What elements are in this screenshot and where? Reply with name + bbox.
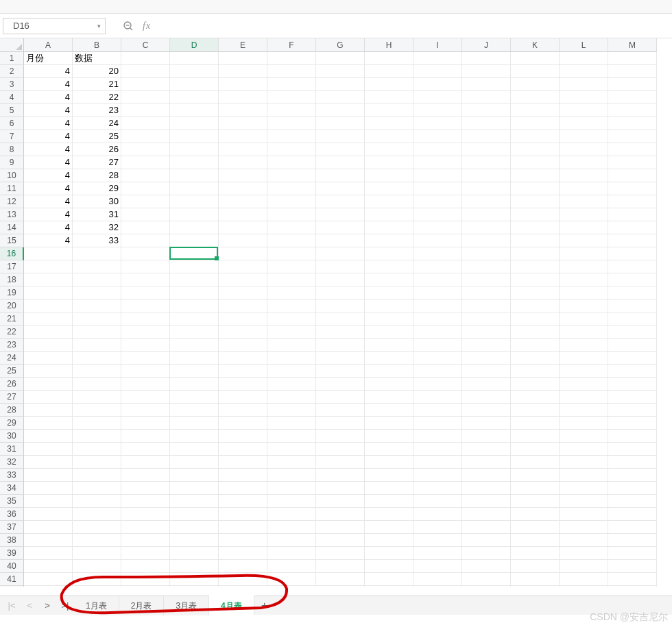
- cell[interactable]: [608, 195, 657, 208]
- cell[interactable]: [267, 91, 316, 104]
- cell[interactable]: [462, 273, 511, 286]
- cell[interactable]: [413, 130, 462, 143]
- row-header[interactable]: 11: [0, 182, 24, 195]
- cell[interactable]: [560, 273, 608, 286]
- cell[interactable]: [121, 352, 170, 365]
- cell[interactable]: [511, 143, 560, 156]
- cell[interactable]: [511, 312, 560, 326]
- cell[interactable]: [219, 339, 267, 352]
- sheet-tab[interactable]: 2月表: [119, 596, 165, 615]
- cell[interactable]: [413, 469, 462, 482]
- cell[interactable]: [608, 52, 657, 65]
- cell[interactable]: [413, 247, 462, 260]
- cell[interactable]: [219, 221, 267, 234]
- cell[interactable]: [462, 143, 511, 156]
- cell[interactable]: [511, 378, 560, 391]
- cell[interactable]: [413, 117, 462, 130]
- cell[interactable]: [121, 378, 170, 391]
- cell[interactable]: [219, 482, 267, 495]
- cell[interactable]: [462, 391, 511, 404]
- cell[interactable]: [462, 221, 511, 234]
- row-header[interactable]: 39: [0, 547, 24, 560]
- cell[interactable]: [365, 339, 413, 352]
- cell[interactable]: [170, 534, 219, 547]
- cell[interactable]: [511, 130, 560, 143]
- cell[interactable]: [219, 534, 267, 547]
- cell[interactable]: [608, 208, 657, 221]
- cell[interactable]: [170, 169, 219, 182]
- cell[interactable]: [170, 273, 219, 286]
- cell[interactable]: [24, 286, 73, 299]
- cell[interactable]: [365, 443, 413, 456]
- cell[interactable]: [121, 404, 170, 417]
- cell[interactable]: [24, 352, 73, 365]
- cell[interactable]: [219, 469, 267, 482]
- cell[interactable]: [170, 521, 219, 534]
- cell[interactable]: [462, 208, 511, 221]
- row-header[interactable]: 25: [0, 365, 24, 378]
- column-header[interactable]: A: [24, 38, 73, 52]
- cell[interactable]: [365, 417, 413, 430]
- cell[interactable]: 20: [73, 65, 121, 78]
- cell[interactable]: 4: [24, 234, 73, 247]
- cell[interactable]: [219, 117, 267, 130]
- cell[interactable]: [511, 273, 560, 286]
- cell[interactable]: [413, 560, 462, 573]
- cell[interactable]: [121, 260, 170, 273]
- cell[interactable]: [413, 234, 462, 247]
- tab-nav-next-icon[interactable]: >: [38, 596, 56, 615]
- cell[interactable]: 4: [24, 130, 73, 143]
- cell[interactable]: [413, 443, 462, 456]
- row-header[interactable]: 27: [0, 391, 24, 404]
- cell[interactable]: [219, 417, 267, 430]
- cell[interactable]: [413, 221, 462, 234]
- formula-input[interactable]: [156, 18, 667, 34]
- cell[interactable]: [560, 169, 608, 182]
- cell[interactable]: [560, 234, 608, 247]
- cell[interactable]: [365, 299, 413, 312]
- cell[interactable]: [511, 534, 560, 547]
- cell[interactable]: [365, 247, 413, 260]
- cell[interactable]: [121, 495, 170, 508]
- cell[interactable]: [608, 143, 657, 156]
- cell[interactable]: [219, 326, 267, 339]
- cell[interactable]: [560, 208, 608, 221]
- cell[interactable]: [608, 286, 657, 299]
- cell[interactable]: [121, 339, 170, 352]
- row-header[interactable]: 33: [0, 469, 24, 482]
- cell[interactable]: [121, 130, 170, 143]
- cell[interactable]: [316, 391, 365, 404]
- cell[interactable]: [170, 65, 219, 78]
- cell[interactable]: [511, 443, 560, 456]
- cell[interactable]: [365, 573, 413, 586]
- cell[interactable]: [560, 404, 608, 417]
- cell[interactable]: [316, 560, 365, 573]
- cell[interactable]: [365, 469, 413, 482]
- cell[interactable]: [462, 104, 511, 117]
- cell[interactable]: [73, 339, 121, 352]
- cell[interactable]: [511, 221, 560, 234]
- cell[interactable]: [365, 430, 413, 443]
- cell[interactable]: [73, 573, 121, 586]
- cell[interactable]: [560, 182, 608, 195]
- cell[interactable]: [608, 104, 657, 117]
- cell[interactable]: [413, 456, 462, 469]
- cell[interactable]: [413, 182, 462, 195]
- cell[interactable]: [608, 326, 657, 339]
- cell[interactable]: [365, 586, 413, 587]
- cell[interactable]: [121, 560, 170, 573]
- cell[interactable]: [511, 430, 560, 443]
- cell[interactable]: 4: [24, 182, 73, 195]
- cell[interactable]: [267, 560, 316, 573]
- cell[interactable]: [511, 417, 560, 430]
- cell[interactable]: [608, 339, 657, 352]
- cell[interactable]: [219, 182, 267, 195]
- cell[interactable]: [219, 378, 267, 391]
- cell[interactable]: [73, 430, 121, 443]
- cell[interactable]: [365, 326, 413, 339]
- column-header[interactable]: E: [219, 38, 267, 52]
- cell[interactable]: [121, 182, 170, 195]
- cell[interactable]: [511, 52, 560, 65]
- cell[interactable]: [267, 182, 316, 195]
- cell[interactable]: [560, 221, 608, 234]
